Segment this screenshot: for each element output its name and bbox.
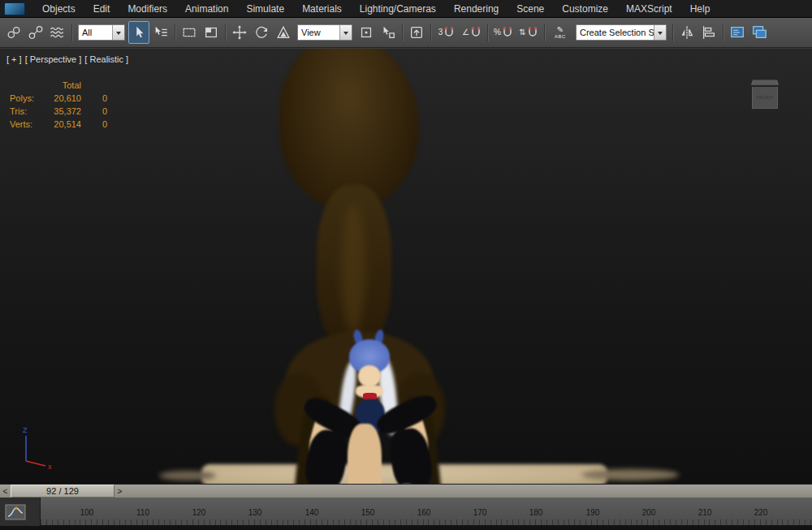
magnet-icon — [527, 26, 538, 39]
menu-objects[interactable]: Objects — [33, 1, 84, 17]
select-and-rotate-button[interactable] — [251, 21, 272, 44]
tick-label: 160 — [417, 508, 431, 517]
select-and-manipulate-button[interactable] — [378, 21, 399, 44]
statistics-overlay: Total Polys: 20,610 0 Tris: 35,372 0 Ver… — [10, 79, 107, 131]
tick-label: 170 — [473, 508, 487, 517]
axis-x-line — [26, 461, 45, 466]
select-and-move-button[interactable] — [229, 21, 250, 44]
named-selection-sets-button[interactable]: ✎ ABC — [548, 21, 572, 44]
menu-help[interactable]: Help — [681, 1, 719, 17]
select-by-name-icon — [153, 24, 169, 41]
menu-animation[interactable]: Animation — [176, 1, 237, 17]
axis-x-label: x — [48, 463, 52, 471]
mirror-button[interactable] — [676, 21, 698, 44]
layer-manager-button[interactable] — [749, 21, 770, 44]
tick-label: 220 — [754, 508, 768, 517]
rectangular-selection-button[interactable] — [179, 21, 200, 44]
cursor-arrow-icon — [131, 24, 147, 41]
select-and-scale-button[interactable] — [273, 21, 294, 44]
tick-label: 200 — [642, 508, 656, 517]
menu-simulate[interactable]: Simulate — [237, 1, 293, 17]
menu-modifiers[interactable]: Modifiers — [119, 1, 176, 17]
menu-edit[interactable]: Edit — [84, 1, 119, 17]
keyboard-override-icon — [408, 24, 425, 41]
spinner-snap-button[interactable]: ⇅ — [516, 21, 541, 44]
viewport-shading-label[interactable]: [ Realistic ] — [84, 54, 128, 64]
stats-tris-row: Tris: 35,372 0 — [10, 105, 107, 118]
stats-total: 20,610 — [44, 92, 81, 105]
viewcube-top-face[interactable] — [751, 80, 779, 85]
viewport-scene[interactable] — [0, 49, 812, 484]
window-crossing-button[interactable] — [201, 21, 222, 44]
viewport-pov-label[interactable]: [ Perspective ] — [25, 54, 82, 64]
chevron-down-icon — [339, 25, 352, 40]
viewcube-front-face[interactable]: FRONT — [752, 87, 778, 109]
viewport-label: [ + ] [ Perspective ] [ Realistic ] — [6, 54, 128, 64]
selection-filter-dropdown[interactable]: All — [78, 24, 125, 41]
toolbar-separator — [428, 22, 434, 43]
menu-rendering[interactable]: Rendering — [445, 1, 508, 17]
perspective-viewport[interactable]: [ + ] [ Perspective ] [ Realistic ] Tota… — [0, 49, 812, 484]
select-and-link-button[interactable] — [3, 21, 24, 44]
stats-polys-row: Polys: 20,610 0 — [10, 92, 107, 105]
stats-selected: 0 — [81, 92, 107, 105]
bind-to-spacewarp-button[interactable] — [47, 21, 68, 44]
tick-label: 190 — [586, 508, 600, 517]
tick-label: 180 — [529, 508, 543, 517]
axis-gizmo: Z x — [6, 424, 58, 476]
align-button[interactable] — [698, 21, 719, 44]
app-logo[interactable] — [4, 2, 25, 15]
snap-toggle-button[interactable]: 3 — [434, 21, 459, 44]
viewcube[interactable]: FRONT — [752, 78, 778, 110]
scene-explorer-button[interactable] — [727, 21, 748, 44]
angle-snap-glyph: ∠ — [462, 28, 469, 37]
stats-label: Polys: — [10, 92, 44, 105]
mini-curve-editor-button[interactable] — [0, 498, 41, 526]
character-face — [358, 365, 381, 387]
percent-snap-button[interactable]: % — [491, 21, 516, 44]
tick-label: 210 — [698, 508, 712, 517]
next-frame-button[interactable]: > — [114, 485, 125, 498]
ground-plane-edge — [581, 469, 679, 480]
rotate-icon — [253, 24, 270, 41]
toolbar-separator — [720, 22, 726, 43]
selection-set-dropdown[interactable]: Create Selection Se — [576, 24, 667, 41]
menu-lighting-cameras[interactable]: Lighting/Cameras — [351, 1, 445, 17]
time-slider-track[interactable] — [125, 485, 812, 498]
menu-customize[interactable]: Customize — [553, 1, 617, 17]
time-slider-handle[interactable]: 92 / 129 — [11, 485, 114, 498]
scene-explorer-icon — [729, 24, 745, 41]
window-crossing-icon — [203, 24, 219, 41]
layer-manager-icon — [751, 24, 767, 41]
unlink-selection-button[interactable] — [25, 21, 46, 44]
main-toolbar: All View — [0, 18, 812, 48]
keyboard-override-button[interactable] — [406, 21, 427, 44]
menu-maxscript[interactable]: MAXScript — [617, 1, 681, 17]
percent-snap-glyph: % — [494, 28, 501, 37]
select-by-name-button[interactable] — [150, 21, 171, 44]
use-pivot-center-button[interactable] — [356, 21, 377, 44]
select-object-button[interactable] — [128, 21, 149, 44]
ground-plane-edge — [159, 471, 216, 480]
snap-mode-label: 3 — [438, 28, 443, 37]
pivot-center-icon — [358, 24, 374, 41]
spinner-snap-glyph: ⇅ — [519, 28, 525, 37]
timeline-ruler[interactable]: 100 110 120 130 140 150 160 170 180 190 … — [41, 498, 812, 526]
magnet-icon — [443, 26, 455, 39]
tick-label: 120 — [192, 508, 206, 517]
previous-frame-button[interactable]: < — [0, 485, 11, 498]
tick-label: 100 — [80, 508, 94, 517]
angle-snap-button[interactable]: ∠ — [460, 21, 484, 44]
viewport-menu-toggle[interactable]: [ + ] — [6, 54, 22, 64]
magnet-icon — [470, 26, 482, 39]
coordinate-system-dropdown[interactable]: View — [297, 24, 352, 41]
menu-bar: Objects Edit Modifiers Animation Simulat… — [0, 0, 812, 18]
chevron-down-icon — [654, 25, 666, 40]
tick-label: 130 — [248, 508, 262, 517]
menu-scene[interactable]: Scene — [508, 1, 553, 17]
stats-total: 20,514 — [44, 118, 81, 131]
menu-materials[interactable]: Materials — [293, 1, 351, 17]
character-legs-skin — [348, 424, 382, 484]
time-slider[interactable]: < 92 / 129 > — [0, 484, 812, 498]
tick-marks — [41, 519, 812, 525]
